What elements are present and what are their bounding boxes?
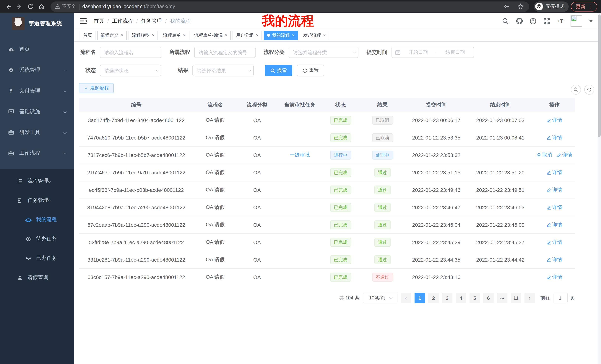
sidebar-item-devtools[interactable]: 研发工具 xyxy=(0,122,74,143)
reload-icon[interactable] xyxy=(26,2,35,11)
refresh-icon[interactable] xyxy=(584,85,594,95)
view-tab[interactable]: 流程表单-编辑 × xyxy=(191,31,231,40)
fullscreen-icon[interactable] xyxy=(543,17,551,25)
avatar-caret-icon[interactable] xyxy=(589,20,593,22)
chevron-down-icon xyxy=(63,69,67,72)
tab-close-icon[interactable]: × xyxy=(152,33,155,38)
result-select[interactable] xyxy=(192,65,254,76)
tab-close-icon[interactable]: × xyxy=(323,33,326,38)
action-detail-link[interactable]: 详情 xyxy=(557,152,572,158)
sidebar-item-home[interactable]: 首页 xyxy=(0,39,74,60)
view-tab[interactable]: 首页 × xyxy=(80,31,95,40)
process-definition-input[interactable] xyxy=(194,47,256,58)
page-button-5[interactable]: 5 xyxy=(470,293,480,303)
result-badge: 已取消 xyxy=(372,133,393,142)
page-button-6[interactable]: 6 xyxy=(483,293,494,303)
breadcrumb-workflow[interactable]: 工作流程 xyxy=(112,18,133,24)
view-tab[interactable]: 流程模型 × xyxy=(129,31,158,40)
more-pages-button[interactable]: ••• xyxy=(497,293,507,303)
sidebar-item-leave-query[interactable]: 请假查询 xyxy=(0,268,74,287)
view-tab[interactable]: 流程表单 × xyxy=(160,31,189,40)
breadcrumb-home[interactable]: 首页 xyxy=(94,18,104,24)
category-select[interactable] xyxy=(289,47,359,58)
current-task-link[interactable]: 一级审批 xyxy=(290,152,310,158)
action-cancel-link[interactable]: 取消 xyxy=(537,152,552,158)
action-detail-link[interactable]: 详情 xyxy=(547,221,562,228)
app-logo[interactable]: 芋道管理系统 xyxy=(0,13,74,34)
cell-process-name: OA 请假 xyxy=(194,169,237,176)
chrome-menu-icon[interactable]: ⋮ xyxy=(588,4,594,9)
tab-close-icon[interactable]: × xyxy=(292,33,295,38)
status-badge: 已完成 xyxy=(330,238,351,247)
tab-close-icon[interactable]: × xyxy=(183,33,186,38)
key-icon[interactable] xyxy=(502,2,511,11)
sidebar-item-todo-tasks[interactable]: 待办任务 xyxy=(0,229,74,249)
update-button[interactable]: 更新 ⋮ xyxy=(571,2,597,11)
sidebar-item-done-tasks[interactable]: 已办任务 xyxy=(0,249,74,268)
end-date-placeholder[interactable]: 结束日期 xyxy=(440,49,470,56)
home-icon[interactable] xyxy=(37,2,46,11)
tab-close-icon[interactable]: × xyxy=(225,33,227,38)
search-icon[interactable] xyxy=(502,17,509,25)
tab-close-icon[interactable]: × xyxy=(256,33,259,38)
view-tab[interactable]: 流程定义 × xyxy=(97,31,127,40)
cell-category: OA xyxy=(237,187,278,193)
page-size-select[interactable]: 10条/页 xyxy=(363,293,397,303)
back-icon[interactable] xyxy=(4,2,13,11)
font-size-icon[interactable]: TT xyxy=(557,17,564,25)
scrollbar-thumb[interactable] xyxy=(598,14,601,137)
page-button-11[interactable]: 11 xyxy=(511,293,521,303)
user-icon xyxy=(17,275,23,280)
create-process-button[interactable]: ＋ 发起流程 xyxy=(79,83,114,93)
sidebar-collapse-icon[interactable] xyxy=(80,17,87,25)
address-bar[interactable]: 不安全 dashboard.yudao.iocoder.cn/bpm/task/… xyxy=(50,1,529,12)
page-button-3[interactable]: 3 xyxy=(442,293,452,303)
sidebar-item-system[interactable]: 系统管理 xyxy=(0,60,74,80)
forward-icon[interactable] xyxy=(15,2,24,11)
bookmark-star-icon[interactable] xyxy=(516,2,525,11)
page-button-4[interactable]: 4 xyxy=(456,293,466,303)
avatar[interactable] xyxy=(571,15,582,27)
cell-process-name: OA 请假 xyxy=(194,239,237,246)
view-tab[interactable]: 用户分组 × xyxy=(232,31,262,40)
scrollbar[interactable] xyxy=(598,13,601,364)
sidebar-item-my-process[interactable]: 我的流程 xyxy=(0,210,74,229)
page-button-1[interactable]: 1 xyxy=(415,293,425,303)
search-button[interactable]: 搜索 xyxy=(265,65,292,76)
github-icon[interactable] xyxy=(516,17,523,25)
sidebar-item-task-mgmt[interactable]: 任务管理 xyxy=(0,191,74,210)
action-detail-link[interactable]: 详情 xyxy=(547,187,562,193)
action-detail-link[interactable]: 详情 xyxy=(547,239,562,246)
cell-category: OA xyxy=(237,222,278,228)
process-name-input[interactable] xyxy=(100,47,161,58)
status-badge: 已完成 xyxy=(330,133,351,142)
start-date-placeholder[interactable]: 开始日期 xyxy=(403,49,433,56)
page-button-2[interactable]: 2 xyxy=(428,293,439,303)
action-detail-link[interactable]: 详情 xyxy=(547,204,562,211)
next-page-button[interactable]: › xyxy=(524,293,535,303)
trash-icon xyxy=(537,153,541,157)
cell-category: OA xyxy=(237,152,278,158)
prev-page-button[interactable]: ‹ xyxy=(401,293,411,303)
action-detail-link[interactable]: 详情 xyxy=(547,274,562,280)
breadcrumb-task-mgmt[interactable]: 任务管理 xyxy=(141,18,162,24)
sidebar-item-payment[interactable]: ¥ 支付管理 xyxy=(0,80,74,101)
reset-button[interactable]: 重置 xyxy=(297,65,324,76)
view-tab[interactable]: 我的流程 × xyxy=(264,31,298,40)
action-detail-link[interactable]: 详情 xyxy=(547,256,562,263)
view-tab[interactable]: 发起流程 × xyxy=(300,31,329,40)
cell-process-id: 03c6c157-7b9a-11ec-a290-acde48001122 xyxy=(79,274,194,280)
action-detail-link[interactable]: 详情 xyxy=(547,117,562,124)
show-search-icon[interactable] xyxy=(571,85,581,95)
goto-page-input[interactable] xyxy=(553,293,568,303)
sidebar-item-workflow[interactable]: 工作流程 xyxy=(0,143,74,164)
help-icon[interactable] xyxy=(529,17,537,25)
sidebar-item-process-mgmt[interactable]: 流程管理 xyxy=(0,172,74,191)
action-detail-link[interactable]: 详情 xyxy=(547,169,562,176)
sidebar-item-infra[interactable]: 基础设施 xyxy=(0,101,74,122)
security-warning-icon[interactable]: 不安全 xyxy=(55,3,76,10)
action-detail-link[interactable]: 详情 xyxy=(547,134,562,141)
tab-close-icon[interactable]: × xyxy=(121,33,123,38)
submit-time-range-picker[interactable]: 开始日期 - 结束日期 xyxy=(391,47,474,58)
status-select[interactable] xyxy=(100,65,161,76)
